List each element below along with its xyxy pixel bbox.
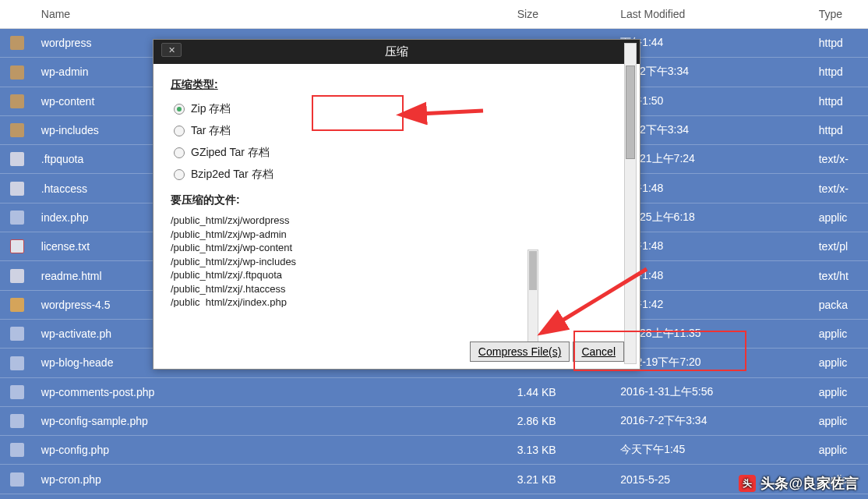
- file-type: packa: [813, 290, 868, 319]
- file-modified: 2013-10-25上午6:58: [614, 494, 813, 499]
- dialog-scrollbar[interactable]: [624, 43, 637, 364]
- file-type: httpd: [813, 58, 868, 87]
- file-modified: 今天下午1:45: [614, 436, 813, 465]
- dialog-scroll-thumb[interactable]: [626, 65, 635, 159]
- radio-zip-label: Zip 存档: [191, 102, 231, 116]
- file-size: [511, 494, 614, 499]
- file-modified: 6-1-28上午11:35: [614, 319, 813, 348]
- file-icon: [10, 94, 24, 108]
- file-name: wp-comments-post.php: [35, 377, 511, 406]
- file-modified: 2016-7-2下午3:34: [614, 406, 813, 435]
- file-path: /public_html/zxj/wp-includes: [171, 255, 623, 269]
- col-type-header[interactable]: Type: [813, 0, 868, 29]
- file-name: wp-cron.php: [35, 465, 511, 494]
- file-icon: [10, 65, 24, 80]
- file-path: /public_html/zxj/index.php: [171, 296, 623, 307]
- file-modified: 6-7-2下午3:34: [614, 58, 813, 87]
- file-type: applic: [813, 349, 868, 377]
- file-modified: 下午1:44: [614, 29, 813, 58]
- inner-scrollbar[interactable]: [528, 250, 538, 343]
- cancel-button[interactable]: Cancel: [573, 342, 624, 362]
- col-size-header[interactable]: Size: [511, 0, 614, 29]
- file-name: wp-config.php: [35, 436, 511, 465]
- radio-icon: [174, 147, 185, 158]
- file-type: httpd: [813, 87, 868, 115]
- col-modified-header[interactable]: Last Modified: [614, 0, 813, 29]
- file-name: wp-config-sample.php: [35, 406, 511, 435]
- file-type: httpd: [813, 115, 868, 144]
- radio-bzip2[interactable]: Bzip2ed Tar 存档: [171, 164, 623, 186]
- radio-zip[interactable]: Zip 存档: [171, 98, 623, 120]
- file-size: 2.86 KB: [511, 406, 614, 435]
- file-icon: [10, 239, 24, 253]
- watermark-logo-icon: 头: [739, 475, 756, 492]
- file-icon: [10, 211, 24, 225]
- close-icon[interactable]: ✕: [161, 43, 182, 57]
- table-row[interactable]: wp-comments-post.php1.44 KB2016-1-31上午5:…: [0, 377, 868, 406]
- file-type: applic: [813, 406, 868, 435]
- watermark: 头 头条@良家佐言: [739, 474, 859, 493]
- radio-icon: [174, 104, 185, 115]
- table-row[interactable]: wp-config.php3.13 KB今天下午1:45applic: [0, 436, 868, 465]
- radio-icon: [174, 126, 185, 136]
- files-to-compress-label: 要压缩的文件:: [171, 193, 623, 207]
- compress-dialog: ✕ 压缩 压缩类型: Zip 存档 Tar 存档 GZiped Tar 存档 B…: [153, 39, 640, 370]
- file-size: 3.21 KB: [511, 465, 614, 494]
- file-icon: [10, 356, 24, 370]
- file-type: text/pl: [813, 232, 868, 261]
- radio-gzip-label: GZiped Tar 存档: [191, 146, 270, 160]
- file-modified: 3-9-25上午6:18: [614, 203, 813, 232]
- file-type: applic: [813, 436, 868, 465]
- table-header-row: Name Size Last Modified Type: [0, 0, 868, 29]
- file-type: applic: [813, 494, 868, 499]
- file-modified: 下午1:50: [614, 87, 813, 115]
- radio-bzip2-label: Bzip2ed Tar 存档: [191, 168, 273, 182]
- radio-gzip[interactable]: GZiped Tar 存档: [171, 142, 623, 164]
- file-icon: [10, 472, 24, 487]
- compress-button[interactable]: Compress File(s): [470, 342, 570, 362]
- file-icon: [10, 385, 24, 399]
- dialog-title: 压缩: [385, 44, 408, 58]
- file-icon: [10, 36, 24, 50]
- file-modified: 5-12-19下午7:20: [614, 349, 813, 377]
- file-size: 3.13 KB: [511, 436, 614, 465]
- radio-tar-label: Tar 存档: [191, 124, 231, 138]
- file-modified: 下午1:42: [614, 290, 813, 319]
- file-modified: 下午1:48: [614, 174, 813, 203]
- file-type: applic: [813, 319, 868, 348]
- file-path: /public_html/zxj/wp-admin: [171, 228, 623, 242]
- file-type: applic: [813, 203, 868, 232]
- file-icon: [10, 414, 24, 428]
- files-list: /public_html/zxj/wordpress/public_html/z…: [171, 214, 623, 307]
- file-type: applic: [813, 377, 868, 406]
- file-name: wp-links-opml.php: [35, 494, 511, 499]
- col-icon-header: [0, 0, 35, 29]
- radio-tar[interactable]: Tar 存档: [171, 120, 623, 142]
- file-icon: [10, 298, 24, 312]
- file-path: /public_html/zxj/wordpress: [171, 214, 623, 228]
- file-icon: [10, 152, 24, 166]
- file-icon: [10, 443, 24, 457]
- file-icon: [10, 182, 24, 196]
- col-name-header[interactable]: Name: [35, 0, 511, 29]
- file-modified: 6-7-2下午3:34: [614, 115, 813, 144]
- compress-type-label: 压缩类型:: [171, 78, 623, 92]
- file-icon: [10, 123, 24, 137]
- file-path: /public_html/zxj/.ftpquota: [171, 268, 623, 282]
- dialog-titlebar: ✕ 压缩: [153, 40, 640, 64]
- file-type: text/x-: [813, 145, 868, 174]
- file-modified: 2016-1-31上午5:56: [614, 377, 813, 406]
- inner-scroll-thumb[interactable]: [529, 251, 537, 290]
- file-modified: 7-4-21上午7:24: [614, 145, 813, 174]
- table-row[interactable]: wp-links-opml.php2013-10-25上午6:58applic: [0, 494, 868, 499]
- file-path: /public_html/zxj/.htaccess: [171, 282, 623, 296]
- file-type: httpd: [813, 29, 868, 58]
- file-icon: [10, 327, 24, 341]
- radio-icon: [174, 169, 185, 180]
- table-row[interactable]: wp-cron.php3.21 KB2015-5-25applic: [0, 465, 868, 494]
- file-type: text/x-: [813, 174, 868, 203]
- table-row[interactable]: wp-config-sample.php2.86 KB2016-7-2下午3:3…: [0, 406, 868, 435]
- file-size: 1.44 KB: [511, 377, 614, 406]
- file-modified: 下午1:48: [614, 261, 813, 290]
- file-icon: [10, 269, 24, 283]
